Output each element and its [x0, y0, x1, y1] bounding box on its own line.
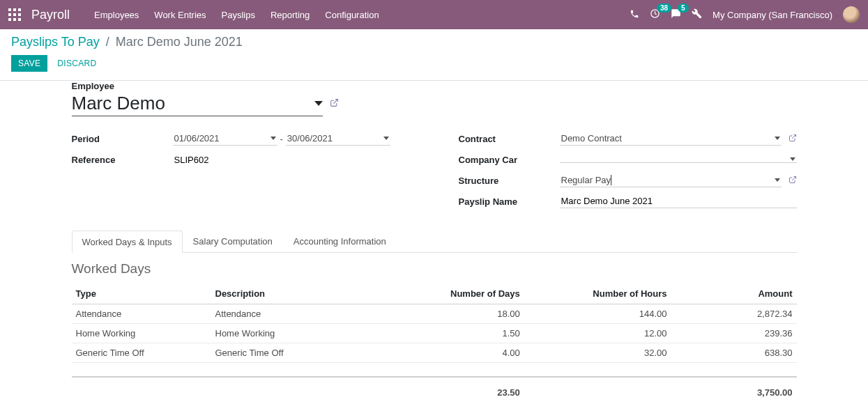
- structure-field[interactable]: Regular Pay: [560, 173, 782, 187]
- chevron-down-icon: [775, 137, 780, 140]
- contract-label: Contract: [459, 134, 560, 144]
- external-link-icon[interactable]: [789, 176, 797, 186]
- control-panel: Payslips To Pay / Marc Demo June 2021 SA…: [0, 29, 868, 81]
- svg-rect-6: [8, 18, 11, 21]
- structure-value: Regular Pay: [561, 175, 612, 185]
- svg-rect-4: [13, 13, 16, 16]
- nav-menu: Employees Work Entries Payslips Reportin…: [94, 10, 379, 20]
- col-days: Number of Days: [386, 283, 524, 304]
- worked-days-title: Worked Days: [72, 261, 797, 277]
- company-car-field[interactable]: [560, 156, 797, 163]
- period-to-value: 30/06/2021: [287, 133, 333, 143]
- reference-label: Reference: [72, 155, 173, 165]
- external-link-icon[interactable]: [330, 98, 339, 109]
- activity-icon[interactable]: 38: [650, 8, 660, 21]
- svg-rect-0: [8, 8, 11, 11]
- employee-value: Marc Demo: [72, 93, 165, 114]
- user-avatar[interactable]: [843, 6, 860, 23]
- total-days: 23.50: [386, 377, 524, 402]
- col-hours: Number of Hours: [524, 283, 671, 304]
- nav-item-payslips[interactable]: Payslips: [222, 10, 255, 20]
- employee-label: Employee: [72, 81, 797, 91]
- debug-icon[interactable]: [692, 8, 702, 21]
- chevron-down-icon: [271, 137, 276, 140]
- svg-rect-7: [13, 18, 16, 21]
- table-row[interactable]: Home Working Home Working 1.50 12.00 239…: [72, 324, 797, 343]
- tab-salary-computation[interactable]: Salary Computation: [183, 230, 283, 252]
- period-from-value: 01/06/2021: [174, 133, 220, 143]
- period-to-field[interactable]: 30/06/2021: [286, 132, 390, 146]
- app-brand[interactable]: Payroll: [31, 8, 70, 22]
- svg-rect-3: [8, 13, 11, 16]
- company-car-label: Company Car: [459, 155, 560, 165]
- svg-rect-5: [18, 13, 21, 16]
- external-link-icon[interactable]: [789, 134, 797, 144]
- period-from-field[interactable]: 01/06/2021: [173, 132, 277, 146]
- contract-value: Demo Contract: [561, 133, 622, 143]
- chevron-down-icon: [383, 137, 389, 140]
- nav-item-employees[interactable]: Employees: [94, 10, 139, 20]
- save-button[interactable]: SAVE: [11, 55, 47, 72]
- table-total-row: 23.50 3,750.00: [72, 377, 797, 402]
- period-separator: -: [280, 134, 283, 144]
- period-label: Period: [72, 134, 173, 144]
- contract-field[interactable]: Demo Contract: [560, 132, 782, 146]
- col-type: Type: [72, 283, 211, 304]
- chevron-down-icon: [775, 178, 780, 182]
- nav-item-configuration[interactable]: Configuration: [325, 10, 379, 20]
- worked-days-table: Type Description Number of Days Number o…: [72, 283, 797, 402]
- navbar: Payroll Employees Work Entries Payslips …: [0, 0, 868, 29]
- phone-icon[interactable]: [630, 9, 639, 21]
- table-row[interactable]: Attendance Attendance 18.00 144.00 2,872…: [72, 304, 797, 324]
- discard-button[interactable]: DISCARD: [50, 55, 103, 72]
- nav-right: 38 5 My Company (San Francisco): [630, 6, 860, 23]
- payslip-name-field[interactable]: [560, 194, 797, 208]
- activity-badge: 38: [657, 3, 671, 13]
- svg-line-11: [792, 134, 796, 139]
- nav-item-work-entries[interactable]: Work Entries: [154, 10, 206, 20]
- breadcrumb-current: Marc Demo June 2021: [116, 35, 243, 49]
- svg-rect-8: [18, 18, 21, 21]
- messages-icon[interactable]: 5: [671, 8, 681, 21]
- breadcrumb: Payslips To Pay / Marc Demo June 2021: [11, 35, 857, 49]
- col-amount: Amount: [671, 283, 797, 304]
- nav-item-reporting[interactable]: Reporting: [271, 10, 310, 20]
- svg-line-12: [792, 176, 796, 180]
- breadcrumb-parent[interactable]: Payslips To Pay: [11, 35, 100, 49]
- tab-worked-days[interactable]: Worked Days & Inputs: [72, 231, 183, 253]
- reference-field[interactable]: [173, 153, 410, 166]
- structure-label: Structure: [459, 176, 560, 186]
- tab-accounting-info[interactable]: Accounting Information: [283, 230, 397, 252]
- chevron-down-icon: [314, 101, 323, 106]
- total-amount: 3,750.00: [671, 377, 797, 402]
- svg-rect-2: [18, 8, 21, 11]
- form-sheet: Employee Marc Demo Period 01/06/2021: [58, 81, 811, 404]
- messages-badge: 5: [678, 3, 689, 13]
- table-row[interactable]: Generic Time Off Generic Time Off 4.00 3…: [72, 343, 797, 363]
- company-switcher[interactable]: My Company (San Francisco): [713, 10, 832, 20]
- svg-rect-1: [13, 8, 16, 11]
- breadcrumb-separator: /: [106, 35, 109, 49]
- payslip-name-label: Payslip Name: [459, 196, 560, 207]
- chevron-down-icon: [790, 157, 795, 161]
- svg-line-10: [333, 100, 337, 104]
- apps-icon[interactable]: [8, 8, 21, 21]
- col-description: Description: [211, 283, 386, 304]
- tabs: Worked Days & Inputs Salary Computation …: [72, 230, 797, 253]
- employee-field[interactable]: Marc Demo: [72, 91, 323, 116]
